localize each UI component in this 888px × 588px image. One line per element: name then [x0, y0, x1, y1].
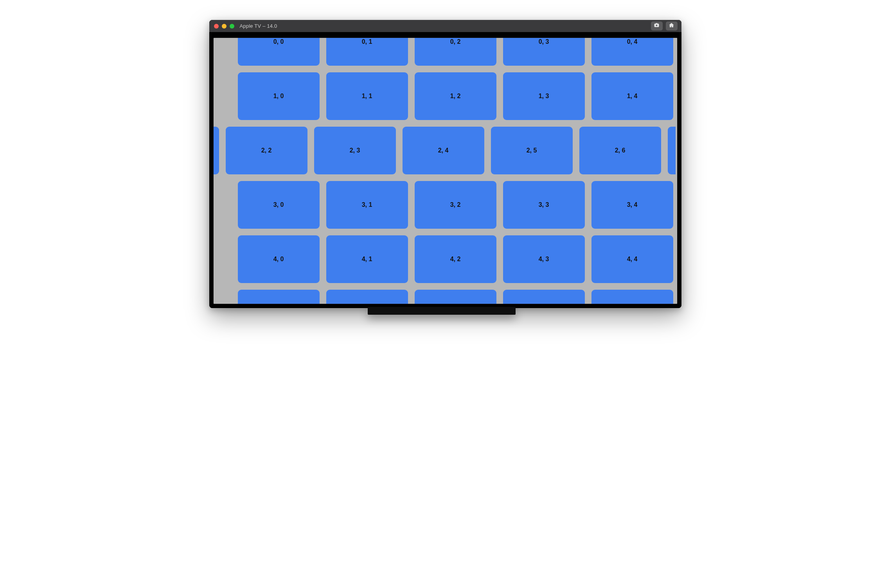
grid-tile-label: 2, 2 — [261, 147, 272, 154]
grid-tile-label: 1, 1 — [362, 93, 372, 100]
grid-tile[interactable]: 1, 1 — [326, 72, 408, 120]
grid-tile[interactable]: 3, 4 — [591, 181, 673, 229]
window-title: Apple TV – 14.0 — [240, 23, 277, 29]
grid-tile[interactable]: 2, 4 — [403, 127, 484, 174]
grid-tile[interactable]: 0, 2 — [415, 38, 496, 66]
grid-tile[interactable] — [591, 290, 673, 304]
grid-row: 2, 22, 32, 42, 52, 6 — [214, 127, 677, 181]
grid-tile-label: 1, 3 — [539, 93, 549, 100]
grid-tile-label: 3, 3 — [539, 201, 549, 208]
grid-tile-label: 0, 0 — [273, 38, 284, 45]
grid-row: 3, 03, 13, 23, 33, 4 — [214, 181, 677, 235]
grid-row: 1, 01, 11, 21, 31, 4 — [214, 72, 677, 127]
grid-tile[interactable] — [326, 290, 408, 304]
grid-tile[interactable] — [503, 290, 585, 304]
grid-tile-label: 2, 6 — [615, 147, 626, 154]
grid-tile-label: 2, 4 — [438, 147, 449, 154]
grid-tile[interactable]: 2, 6 — [579, 127, 661, 174]
grid-tile-label: 0, 4 — [627, 38, 638, 45]
window-minimize-button[interactable] — [222, 24, 226, 29]
grid-tile[interactable]: 4, 1 — [326, 235, 408, 283]
grid-tile[interactable]: 0, 0 — [238, 38, 320, 66]
grid-tile-label: 3, 0 — [273, 201, 284, 208]
grid-tile[interactable]: 4, 2 — [415, 235, 496, 283]
grid-tile-label: 1, 4 — [627, 93, 638, 100]
grid-tile[interactable]: 3, 0 — [238, 181, 320, 229]
traffic-lights — [214, 24, 234, 29]
window-titlebar[interactable]: Apple TV – 14.0 — [209, 20, 681, 32]
grid-row: 4, 04, 14, 24, 34, 4 — [214, 235, 677, 290]
window-zoom-button[interactable] — [230, 24, 234, 29]
home-icon — [669, 22, 674, 30]
grid-tile[interactable]: 1, 2 — [415, 72, 496, 120]
grid-tile-partial[interactable] — [668, 127, 676, 174]
grid-tile-label: 3, 2 — [450, 201, 461, 208]
grid-tile-label: 4, 0 — [273, 256, 284, 263]
camera-icon — [654, 22, 660, 30]
grid-tile[interactable]: 0, 3 — [503, 38, 585, 66]
grid-tile[interactable] — [415, 290, 496, 304]
grid-tile-partial[interactable] — [214, 127, 219, 174]
grid-tile-label: 3, 4 — [627, 201, 638, 208]
grid-tile[interactable]: 4, 4 — [591, 235, 673, 283]
simulator-window: Apple TV – 14.0 0, 00, 10, 20, 30, 41, 0… — [209, 20, 681, 308]
grid-tile[interactable]: 1, 3 — [503, 72, 585, 120]
grid-tile-label: 2, 5 — [527, 147, 537, 154]
grid-tile-label: 2, 3 — [350, 147, 360, 154]
tv-screen: 0, 00, 10, 20, 30, 41, 01, 11, 21, 31, 4… — [214, 38, 677, 304]
grid-tile[interactable]: 1, 0 — [238, 72, 320, 120]
window-close-button[interactable] — [214, 24, 219, 29]
grid-tile-label: 0, 2 — [450, 38, 461, 45]
grid-tile[interactable]: 3, 1 — [326, 181, 408, 229]
grid-tile[interactable]: 2, 5 — [491, 127, 573, 174]
grid-tile[interactable]: 4, 3 — [503, 235, 585, 283]
grid-content[interactable]: 0, 00, 10, 20, 30, 41, 01, 11, 21, 31, 4… — [214, 38, 677, 304]
tv-bezel: 0, 00, 10, 20, 30, 41, 01, 11, 21, 31, 4… — [209, 32, 681, 308]
grid-tile-label: 0, 1 — [362, 38, 372, 45]
grid-row: 0, 00, 10, 20, 30, 4 — [214, 38, 677, 72]
grid-tile-label: 4, 3 — [539, 256, 549, 263]
grid-tile[interactable]: 3, 2 — [415, 181, 496, 229]
grid-tile[interactable]: 4, 0 — [238, 235, 320, 283]
grid-tile-label: 4, 4 — [627, 256, 638, 263]
grid-tile[interactable]: 1, 4 — [591, 72, 673, 120]
grid-tile-label: 3, 1 — [362, 201, 372, 208]
grid-row — [214, 290, 677, 304]
grid-tile[interactable]: 3, 3 — [503, 181, 585, 229]
tv-stand — [368, 307, 516, 315]
home-button[interactable] — [666, 22, 678, 30]
grid-tile[interactable] — [238, 290, 320, 304]
grid-tile[interactable]: 2, 3 — [314, 127, 396, 174]
grid-tile-label: 4, 2 — [450, 256, 461, 263]
grid-tile-label: 1, 0 — [273, 93, 284, 100]
grid-tile[interactable]: 2, 2 — [226, 127, 307, 174]
grid-tile-label: 0, 3 — [539, 38, 549, 45]
grid-tile-label: 4, 1 — [362, 256, 372, 263]
grid-tile-label: 1, 2 — [450, 93, 461, 100]
grid-tile[interactable]: 0, 4 — [591, 38, 673, 66]
screenshot-button[interactable] — [651, 22, 663, 30]
grid-tile[interactable]: 0, 1 — [326, 38, 408, 66]
